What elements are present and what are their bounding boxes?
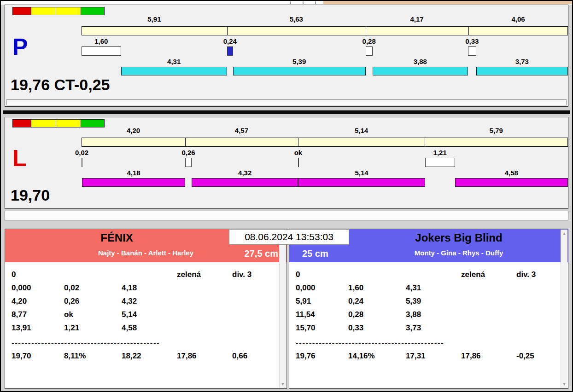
table-cell: 4,32 (122, 294, 177, 308)
split-divider (298, 138, 298, 147)
exchange-time-label: 1,21 (426, 149, 454, 156)
exchange-time-label: ok (284, 149, 312, 156)
dog-time-label: 3,73 (476, 58, 568, 65)
scroll-down-icon[interactable]: ▼ (280, 382, 286, 386)
exchange-time-label: 0,33 (458, 37, 486, 45)
jump-height: 27,5 cm (245, 248, 278, 259)
table-row: 0,0001,604,31 (296, 281, 560, 294)
table-cell: 0,02 (64, 281, 122, 294)
table-cell: 0,000 (12, 281, 64, 294)
table-row: 15,700,333,73 (296, 321, 560, 334)
dog-time-label: 4,31 (121, 58, 227, 65)
lane-total-time: 19,70 (11, 186, 50, 204)
split-track (82, 26, 568, 35)
exchange-box (366, 46, 373, 56)
message-strip (5, 211, 568, 220)
table-cell: 13,91 (12, 321, 64, 334)
split-divider (185, 138, 186, 147)
lane-letter: L (12, 147, 27, 170)
table-cell: 18,22 (122, 349, 177, 363)
team-result-table[interactable]: 0zelenádiv. 30,0001,604,315,910,245,3911… (289, 262, 568, 388)
split-time-label: 4,06 (468, 15, 568, 23)
table-cell: -0,25 (516, 349, 534, 363)
scroll-up-icon[interactable]: ▲ (561, 231, 567, 236)
table-totals-row: 19,708,11%18,2217,860,66 (12, 349, 278, 363)
table-cell: 4,31 (406, 281, 461, 294)
table-cell: div. 3 (232, 268, 251, 281)
table-cell: zelená (461, 268, 516, 281)
team-result-table[interactable]: 0zelenádiv. 30,0000,024,184,200,264,328,… (5, 262, 286, 388)
table-cell: 8,11% (64, 349, 122, 363)
scrollbar[interactable]: ▲ ▼ (279, 230, 286, 388)
team-name: Jokers Big Blind (350, 229, 568, 244)
table-cell: 4,58 (122, 321, 177, 334)
lane-panel-p: P 5,915,634,174,061,604,310,245,390,283,… (5, 5, 568, 107)
table-cell: 0,28 (348, 308, 406, 321)
table-totals-row: 19,7614,16%17,3117,86-0,25 (296, 349, 560, 363)
jump-height: 25 cm (302, 248, 328, 259)
dog-time-label: 3,88 (373, 58, 468, 65)
split-divider (468, 26, 469, 35)
split-time-label: 4,17 (366, 15, 468, 23)
table-cell: 0,66 (232, 349, 247, 363)
exchange-box (227, 46, 233, 56)
table-row: 5,910,245,39 (296, 294, 560, 308)
lane-bars: 4,204,575,145,790,024,180,264,32ok5,141,… (82, 124, 568, 193)
table-cell: 5,39 (406, 294, 461, 308)
split-time-label: 4,57 (185, 127, 298, 134)
exchange-box (425, 158, 455, 167)
table-cell: 17,86 (177, 349, 232, 363)
exchange-time-label: 0,26 (175, 149, 202, 156)
table-row: 4,200,264,32 (12, 294, 278, 308)
light-cell (56, 7, 81, 15)
table-cell: 5,14 (122, 308, 177, 321)
table-cell: 19,76 (296, 349, 348, 363)
dog-time-label: 4,32 (192, 169, 298, 177)
table-cell: 19,70 (12, 349, 64, 363)
table-row: 0zelenádiv. 3 (12, 268, 278, 281)
dog-run-bar (476, 67, 568, 75)
dog-run-bar (298, 178, 425, 187)
lane-bars: 5,915,634,174,061,604,310,245,390,283,88… (82, 12, 568, 81)
top-strip (1, 1, 572, 5)
table-row: 0zelenádiv. 3 (296, 268, 560, 281)
exchange-box (185, 158, 192, 167)
table-cell: 0 (12, 268, 64, 281)
dog-run-bar (82, 178, 185, 187)
table-cell: 8,77 (12, 308, 64, 321)
table-cell: 15,70 (296, 321, 348, 334)
team-panel-left: FÉNIX Najty - Banán - Arlett - Harley 27… (5, 229, 287, 389)
lane-divider (3, 110, 570, 114)
table-row: 13,911,214,58 (12, 321, 278, 334)
table-separator: ----------------------------------------… (12, 337, 278, 348)
split-divider (366, 26, 366, 35)
window-grip-tick (315, 1, 316, 4)
dog-run-bar (455, 178, 568, 187)
exchange-time-label: 0,28 (355, 37, 383, 45)
lane-total-time: 19,76 CT-0,25 (11, 76, 110, 94)
scrollbar[interactable]: ▲ ▼ (561, 230, 567, 388)
dog-run-bar (121, 67, 227, 75)
datetime-display: 08.06.2024 13:53:03 (229, 229, 349, 245)
team-dogs: Monty - Gina - Rhys - Duffy (350, 249, 568, 257)
table-cell: 4,18 (122, 281, 177, 294)
light-cell (31, 7, 56, 15)
scroll-down-icon[interactable]: ▼ (561, 382, 567, 386)
table-row: 11,540,283,88 (296, 308, 560, 321)
top-tan-strip (323, 1, 572, 4)
table-cell: div. 3 (516, 268, 536, 281)
exchange-time-label: 0,02 (68, 149, 96, 156)
table-cell: 1,60 (348, 281, 406, 294)
dog-time-label: 4,18 (82, 169, 185, 177)
table-cell: 11,54 (296, 308, 348, 321)
split-time-label: 5,79 (425, 127, 567, 134)
dog-run-bar (192, 178, 298, 187)
lane-letter: P (12, 35, 28, 58)
table-separator: ----------------------------------------… (296, 337, 560, 348)
table-cell: 0,000 (296, 281, 348, 294)
split-time-label: 5,63 (227, 15, 366, 23)
table-cell: 0 (296, 268, 348, 281)
dog-time-label: 5,39 (233, 58, 366, 65)
light-cell (56, 120, 81, 127)
table-cell: zelená (177, 268, 232, 281)
